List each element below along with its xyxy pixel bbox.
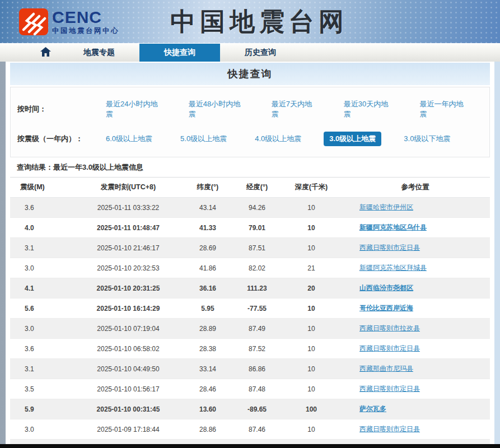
magnitude-cell: 3.6 [10,198,73,218]
time-cell: 2025-01-10 16:14:29 [73,298,184,319]
longitude-cell: -89.65 [232,399,282,419]
table-row: 3.02025-01-10 07:19:0428.8987.4910西藏日喀则市… [10,319,490,339]
location-link[interactable]: 新疆阿克苏地区乌什县 [359,223,427,231]
table-row: 5.92025-01-10 00:31:4513.60-89.65100萨尔瓦多 [10,399,490,419]
location-link[interactable]: 西藏那曲市尼玛县 [359,365,413,372]
time-cell: 2025-01-10 20:31:25 [73,278,184,298]
latitude-cell: 28.69 [184,238,232,258]
latitude-cell: 13.60 [184,399,232,419]
depth-cell: 20 [282,278,340,298]
column-header: 纬度(°) [184,178,232,198]
longitude-cell: 87.48 [232,379,282,399]
magnitude-cell: 3.8 [10,440,73,445]
location-cell: 西藏日喀则市定日县 [340,238,490,258]
magnitude-cell: 3.5 [10,379,73,399]
table-row: 4.02025-01-11 01:48:4741.3379.0110新疆阿克苏地… [10,218,490,238]
location-cell: 西藏日喀则市定日县 [340,419,490,440]
latitude-cell: 28.86 [184,419,232,440]
time-cell: 2025-01-11 03:33:22 [73,198,184,218]
location-link[interactable]: 萨尔瓦多 [359,405,386,413]
magnitude-cell: 3.0 [10,319,73,339]
latitude-cell: 28.45 [184,440,232,445]
table-row: 3.12025-01-10 04:49:5033.1486.8610西藏那曲市尼… [10,359,490,379]
time-cell: 2025-01-09 15:28:43 [73,440,184,445]
time-cell: 2025-01-10 07:19:04 [73,319,184,339]
longitude-cell: 87.47 [232,440,282,445]
depth-cell: 100 [282,399,340,419]
main-content: 快捷查询 按时间：最近24小时内地震最近48小时内地震最近7天内地震最近30天内… [6,62,494,444]
filter-option[interactable]: 3.0级以下地震 [398,132,456,146]
location-cell: 西藏日喀则市定日县 [340,379,490,399]
latitude-cell: 33.14 [184,359,232,379]
location-link[interactable]: 西藏日喀则市拉孜县 [359,324,420,332]
location-link[interactable]: 西藏日喀则市定日县 [359,244,420,251]
longitude-cell: 86.86 [232,359,282,379]
filter-label-by-magnitude: 按震级（一年内）： [17,134,100,144]
filter-option[interactable]: 最近30天内地震 [338,97,398,122]
filter-option[interactable]: 最近一年内地震 [414,97,473,122]
table-row: 3.62025-01-11 03:33:2243.1494.2610新疆哈密市伊… [10,198,490,218]
nav-items: 地震专题快捷查询历史查询 [59,44,301,62]
location-cell: 西藏日喀则市拉孜县 [340,319,490,339]
table-row: 3.82025-01-09 15:28:4328.4587.4710西藏日喀则市… [10,440,490,445]
depth-cell: 10 [282,359,340,379]
location-link[interactable]: 哥伦比亚西岸近海 [359,304,413,312]
location-cell: 哥伦比亚西岸近海 [340,298,490,319]
location-link[interactable]: 西藏日喀则市定日县 [359,344,420,352]
table-row: 3.12025-01-10 21:46:1728.6987.5110西藏日喀则市… [10,238,490,258]
location-link[interactable]: 新疆阿克苏地区拜城县 [359,264,427,272]
site-header: CENC 中国地震台网中心 中国地震台网 [0,0,500,43]
location-cell: 新疆哈密市伊州区 [340,198,490,218]
filter-option[interactable]: 5.0级以上地震 [175,132,232,146]
cenc-logo[interactable]: CENC 中国地震台网中心 [19,8,119,35]
filter-option[interactable]: 最近48小时内地震 [183,97,249,122]
column-header: 深度(千米) [282,178,340,198]
location-link[interactable]: 西藏日喀则市定日县 [359,425,420,433]
table-row: 3.62025-01-10 06:58:0228.3887.5210西藏日喀则市… [10,339,490,359]
filter-option[interactable]: 最近24小时内地震 [100,97,166,122]
nav-item-earthquake-topics[interactable]: 地震专题 [59,44,139,62]
home-icon [40,47,51,59]
filter-panel: 按时间：最近24小时内地震最近48小时内地震最近7天内地震最近30天内地震最近一… [10,87,490,157]
longitude-cell: 87.51 [232,238,282,258]
latitude-cell: 41.33 [184,218,232,238]
main-nav: 地震专题快捷查询历史查询 [0,43,500,62]
result-summary: 查询结果：最近一年3.0级以上地震信息 [10,157,490,177]
depth-cell: 21 [282,258,340,278]
latitude-cell: 43.14 [184,198,232,218]
filter-option[interactable]: 最近7天内地震 [266,97,321,122]
longitude-cell: 87.52 [232,339,282,359]
magnitude-cell: 4.1 [10,278,73,298]
time-cell: 2025-01-10 04:49:50 [73,359,184,379]
time-cell: 2025-01-09 17:18:44 [73,419,184,440]
time-cell: 2025-01-10 21:46:17 [73,238,184,258]
latitude-cell: 28.89 [184,319,232,339]
location-cell: 新疆阿克苏地区乌什县 [340,218,490,238]
logo-subtitle: 中国地震台网中心 [52,27,119,35]
depth-cell: 10 [282,319,340,339]
location-link[interactable]: 新疆哈密市伊州区 [359,203,413,211]
filter-option[interactable]: 4.0级以上地震 [249,132,307,146]
magnitude-cell: 3.1 [10,359,73,379]
location-link[interactable]: 山西临汾市尧都区 [359,284,413,292]
home-button[interactable] [32,44,59,62]
filter-option[interactable]: 3.0级以上地震 [324,132,381,146]
location-cell: 西藏日喀则市定日县 [340,339,490,359]
table-row: 3.02025-01-10 20:32:5341.8682.0221新疆阿克苏地… [10,258,490,278]
longitude-cell: -77.55 [232,298,282,319]
nav-item-history-query[interactable]: 历史查询 [220,44,301,62]
magnitude-cell: 3.6 [10,339,73,359]
column-header: 震级(M) [10,178,73,198]
table-row: 3.52025-01-10 01:56:1728.4687.4810西藏日喀则市… [10,379,490,399]
depth-cell: 10 [282,440,340,445]
nav-item-quick-query[interactable]: 快捷查询 [139,44,220,62]
bottom-bar [0,444,500,448]
table-row: 3.02025-01-09 17:18:4428.8687.4610西藏日喀则市… [10,419,490,440]
location-cell: 西藏那曲市尼玛县 [340,359,490,379]
page: CENC 中国地震台网中心 中国地震台网 地震专题快捷查询历史查询 快捷查询 按… [0,0,500,448]
location-link[interactable]: 西藏日喀则市定日县 [359,385,420,393]
filter-option[interactable]: 6.0级以上地震 [100,132,158,146]
page-title: 快捷查询 [228,67,273,81]
longitude-cell: 94.26 [232,198,282,218]
depth-cell: 10 [282,339,340,359]
